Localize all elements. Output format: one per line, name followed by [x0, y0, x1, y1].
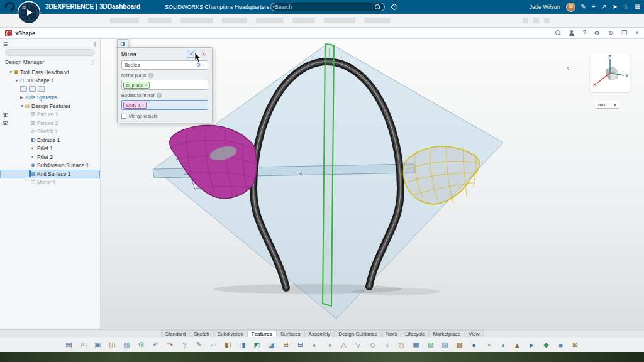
delete-icon[interactable]: ⊠ — [569, 339, 582, 351]
workspace-selector[interactable]: SOLIDWORKS Champions Headquarters▼ — [165, 4, 275, 10]
tree-expander-icon[interactable]: ▼ — [14, 79, 19, 83]
extrude-icon[interactable]: ◧ — [222, 339, 235, 351]
representation-chip-icon[interactable] — [38, 86, 45, 92]
viewport-3d[interactable]: ‹ Z Y X mm▼ ◨ Mirror ✓ × — [101, 39, 644, 329]
add-user-icon[interactable] — [569, 30, 574, 36]
user-name[interactable]: Jade Wilson — [530, 4, 560, 10]
mirror-plane-field[interactable]: zx plane × — [121, 80, 208, 90]
bodies-dropdown[interactable]: Bodies ⚙▼ — [121, 60, 208, 70]
open-icon[interactable]: ◰ — [77, 339, 90, 351]
tree-item-extrude-1[interactable]: ◧Extrude 1 — [0, 136, 100, 145]
dialog-tab-icon[interactable]: ◨ — [117, 39, 128, 48]
revolve-icon[interactable]: ◨ — [236, 339, 249, 351]
tab-subdivision[interactable]: Subdivision — [213, 330, 248, 337]
save-icon[interactable]: ▣ — [92, 339, 104, 351]
paste-icon[interactable]: ▥ — [121, 339, 133, 351]
sheet-icon[interactable]: ▤ — [63, 339, 75, 351]
apps-grid-icon[interactable]: ▦ — [635, 4, 640, 10]
compass-icon[interactable]: 3D — [17, 1, 41, 25]
pattern-icon[interactable]: ◇ — [367, 339, 379, 351]
search-icon[interactable] — [555, 30, 561, 36]
trim-icon[interactable]: ▩ — [453, 339, 466, 351]
tree-item-design-features[interactable]: ▼▤Design Features — [0, 102, 100, 111]
diamond-icon[interactable]: ◆ — [540, 339, 553, 351]
tree-item-fillet-2[interactable]: ◖Fillet 2 — [0, 153, 100, 162]
tree-expander-icon[interactable]: ▶ — [20, 95, 25, 100]
panel-menu-icon[interactable]: ⋮ — [90, 59, 96, 65]
search-icon[interactable] — [375, 4, 380, 10]
tab-marketplace[interactable]: Marketplace — [428, 330, 465, 337]
cancel-button[interactable]: × — [199, 50, 208, 58]
avatar[interactable] — [566, 3, 575, 12]
rotate-icon[interactable]: ◔ — [482, 339, 495, 351]
tree-expander-icon[interactable]: ▼ — [9, 70, 14, 74]
settings-gear-icon[interactable]: ⚙ — [594, 30, 600, 36]
tree-item-axis-systems[interactable]: ▶Axis Systems — [0, 94, 100, 102]
sweep-icon[interactable]: ◩ — [251, 339, 264, 351]
view-triad[interactable]: Z Y X — [590, 53, 630, 92]
knit-icon[interactable]: ▨ — [439, 339, 452, 351]
tab-features[interactable]: Features — [247, 330, 277, 337]
close-icon[interactable]: × — [635, 30, 639, 36]
plane-chip[interactable]: zx plane × — [123, 82, 150, 89]
tab-tools[interactable]: Tools — [381, 330, 402, 337]
global-search[interactable] — [270, 3, 385, 11]
tab-design-guidance[interactable]: Design Guidance — [334, 330, 381, 337]
help-icon[interactable]: ? — [582, 30, 586, 36]
representation-chip-icon[interactable] — [29, 86, 36, 92]
tab-view[interactable]: View — [464, 330, 484, 337]
circle-icon[interactable]: ○ — [381, 339, 394, 351]
mesh-icon[interactable]: ▦ — [410, 339, 423, 351]
shell-icon[interactable]: ▽ — [352, 339, 365, 351]
tree-item-sketch-1[interactable]: ▱Sketch 1 — [0, 128, 100, 136]
tab-surfaces[interactable]: Surfaces — [276, 330, 305, 337]
bodies-to-mirror-field[interactable]: Body 1 × — [121, 100, 208, 110]
visibility-eye-icon[interactable] — [3, 113, 8, 117]
tab-sketch[interactable]: Sketch — [189, 330, 213, 337]
section-menu-icon[interactable]: ⋮ — [204, 92, 209, 98]
tab-lifecycle[interactable]: Lifecycle — [401, 330, 429, 337]
tree-item-3d-shape-1[interactable]: ▼◳3D Shape 1 — [0, 77, 100, 85]
chamfer-icon[interactable]: ◑ — [323, 339, 336, 351]
tree-item-picture-1[interactable]: ▥Picture 1 — [0, 111, 100, 119]
favorite-icon[interactable]: ☆ — [623, 4, 629, 10]
representation-chips-row[interactable] — [0, 85, 100, 94]
ok-button[interactable]: ✓ — [187, 50, 196, 58]
representation-chip-icon[interactable] — [20, 86, 27, 92]
tree-list-icon[interactable]: ☰ — [3, 41, 8, 47]
tab-assembly[interactable]: Assembly — [304, 330, 335, 337]
merge-results-checkbox[interactable]: Merge results — [121, 113, 208, 119]
orbit-icon[interactable]: ◕ — [497, 339, 509, 351]
sketch-icon[interactable]: ✎ — [193, 339, 206, 351]
tree-item-knit-surface-1[interactable]: ▦Knit Surface 1 — [0, 170, 100, 178]
boolean-add-icon[interactable]: ⊞ — [280, 339, 292, 351]
zx-plane-highlight[interactable] — [323, 44, 334, 306]
share-icon[interactable]: ↗ — [601, 4, 606, 10]
visibility-eye-icon[interactable] — [3, 121, 8, 125]
search-input[interactable] — [275, 4, 375, 10]
draft-icon[interactable]: △ — [338, 339, 350, 351]
section-menu-icon[interactable]: ⋮ — [204, 72, 209, 78]
remove-chip-icon[interactable]: × — [145, 83, 147, 87]
body-chip[interactable]: Body 1 × — [123, 102, 147, 109]
plane-icon[interactable]: ▱ — [208, 339, 220, 351]
maximize-icon[interactable]: ❐ — [621, 30, 627, 36]
loft-icon[interactable]: ◪ — [265, 339, 278, 351]
surface-icon[interactable]: ▧ — [425, 339, 437, 351]
sphere-icon[interactable]: ● — [468, 339, 480, 351]
tag-icon[interactable] — [391, 3, 397, 10]
target-icon[interactable]: ◎ — [396, 339, 408, 351]
undo-icon[interactable]: ↶ — [150, 339, 162, 351]
tree-item-subdivision-surface-1[interactable]: ◉Subdivision Surface 1 — [0, 162, 100, 170]
fillet-icon[interactable]: ◐ — [309, 339, 321, 351]
tree-item-fillet-1[interactable]: ◖Fillet 1 — [0, 145, 100, 153]
redo-icon[interactable]: ↷ — [164, 339, 177, 351]
remove-chip-icon[interactable]: × — [142, 103, 144, 107]
units-dropdown[interactable]: mm▼ — [596, 101, 619, 109]
panel-collapse-arrow[interactable]: ‹ — [567, 63, 569, 72]
tab-standard[interactable]: Standard — [161, 330, 190, 337]
tree-expander-icon[interactable]: ▼ — [20, 104, 25, 108]
boolean-subtract-icon[interactable]: ⊟ — [294, 339, 307, 351]
send-icon[interactable]: ➤ — [612, 4, 617, 10]
pen-icon[interactable]: ✎ — [581, 4, 586, 10]
